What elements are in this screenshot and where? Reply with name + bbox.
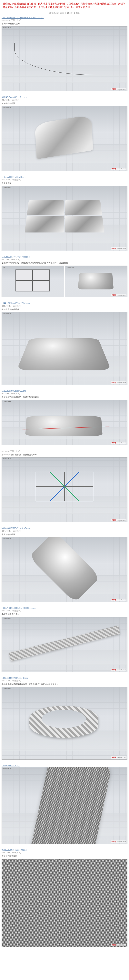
step-caption: 做了放大特效察图 (2, 855, 127, 858)
pillow-section (25, 416, 102, 436)
watermark: 学犀牛 xuexiniu.com (111, 382, 126, 384)
viewport: 学犀牛 xuexiniu.comPerspective (2, 537, 127, 602)
attachment-filename[interactable]: 333d40e5dd8632_b_B.png.png (2, 96, 127, 99)
pillow-grid (16, 338, 111, 370)
attachment-meta: (112.71 KB, 下载次数: 0) (2, 679, 127, 682)
woven-ring (29, 706, 99, 738)
watermark: 学犀牛 xuexiniu.com (111, 756, 126, 759)
attachment-filename[interactable]: 1600cd305c7486779.53b3c.png (2, 256, 127, 258)
viewport: 学犀牛 xuexiniu.com (2, 859, 127, 947)
viewport-label: Perspective (3, 687, 11, 689)
viewport: 学犀牛 xuexiniu.comPerspective (2, 617, 127, 672)
watermark: 学犀牛 xuexiniu.com (111, 668, 126, 671)
step-caption: 要继续它方向的衔接，再做过到新的过程察新结构处理差于顺时continue曲面 (2, 262, 127, 264)
attachment-filename[interactable]: 1802696458a7af.png (2, 765, 127, 767)
attachment-meta: (119.62 KB, 下载次数: 0) (2, 609, 127, 612)
watermark: 学犀牛 xuexiniu.com (111, 944, 126, 946)
viewport-label: Perspective (3, 313, 11, 314)
screenshot-frame: 学犀牛 xuexiniu.comPerspective (2, 26, 127, 91)
attachment-meta: (113.46 KB, 下载次数: 0) (2, 19, 127, 22)
screenshot-frame: 学犀牛 xuexiniu.comPerspective (2, 186, 127, 251)
attachment-meta: (109.07 KB, 下载次数: 0) (2, 178, 127, 181)
viewport-label: Perspective (3, 768, 11, 770)
viewport: 学犀牛 xuexiniu.comPerspective (2, 27, 127, 91)
attachment-meta: (146.19 KB, 下载次数: 0) (2, 851, 127, 854)
watermark: 学犀牛 xuexiniu.com (111, 88, 126, 91)
screenshot-frame: 学犀牛 xuexiniu.comPerspective (2, 106, 127, 171)
screenshot-frame: 学犀牛 xuexiniu.comPerspective (2, 617, 127, 672)
viewport: 学犀牛 xuexiniu.comPerspective (2, 767, 127, 844)
attachment-filename[interactable]: bftdt0349d0ff115d79bc0ca7.png (2, 527, 127, 530)
attachment-filename[interactable]: 068c50d366e5bf111500.png (2, 849, 127, 851)
post-item: 1644ea8b2b6bfb753c2f93d9.png (186.03 KB,… (2, 302, 127, 385)
screenshot-frame: 学犀牛 xuexiniu.com (2, 859, 127, 947)
step-caption: 换过在最方向的镜像 (2, 308, 127, 311)
screenshot-frame: 学犀牛 xuexiniu.comPerspective (2, 687, 127, 760)
attachment-filename[interactable]: 1_659779689_n13e790.png (2, 176, 127, 178)
edit-note: 本文最后由 aaaa 于 2013-4-1 编辑 (0, 11, 129, 16)
step-caption: 再试再用曲面流动实验体效果，要注意调点子本来的的后版就做， (2, 683, 127, 686)
screenshot-frame: 学犀牛 xuexiniu.comPerspective (2, 312, 127, 385)
attachment-meta: (186.03 KB, 下载次数: 0) (2, 305, 127, 307)
viewport-label: Perspective (3, 27, 11, 29)
attachment-filename[interactable]: 1000_a60bbb9f13aa0346a9191b57a000000.png (2, 16, 127, 19)
attachment-meta: (65.08 KB, 下载次数: 0) (2, 450, 127, 453)
step-caption: 然后是上方向做成同结，得过同后做面效果， (2, 396, 127, 398)
post-item: 1600cd305c7486779.53b3c.png (69.14 KB, 下… (2, 256, 127, 298)
post-item: 068c50d366e5bf111500.png (146.19 KB, 下载次… (2, 849, 127, 947)
attachment-meta: (73.02 KB, 下载次数: 0) (2, 99, 127, 101)
post-item: 1000_a60bbb9f13aa0346a9191b57a000000.png… (2, 16, 127, 91)
watermark: 学犀牛 xuexiniu.com (111, 519, 126, 521)
watermark: 学犀牛 xuexiniu.com (111, 167, 126, 170)
screenshot-frame: 学犀牛 xuexiniu.comPerspective (2, 399, 127, 445)
viewport-label: Perspective (3, 538, 11, 539)
post-item: 333d40e5dd8632_b_B.png.png (73.02 KB, 下载… (2, 96, 127, 171)
viewport: 学犀牛 xuexiniu.comPerspective (2, 457, 127, 522)
pillow-shape (78, 273, 114, 289)
attachment-meta: (104.96 KB, 下载次数: 0) (2, 530, 127, 532)
step-caption: 用scale做缩放做放大材, 再折曲线框等等 (2, 453, 127, 456)
screenshot-frame: 学犀牛 xuexiniu.comPerspective (2, 457, 127, 522)
screenshot-frame: Top Perspective学犀牛 xuexiniu.com (2, 266, 127, 298)
attachment-meta: (80.85 KB, 下载次数: 0) (2, 392, 127, 395)
step-caption: do就是等于直线流动 (2, 613, 127, 616)
attachment-filename[interactable]: 140d74_3b2fe826ffc95_B10f40533.png (2, 607, 127, 609)
viewport-label: Perspective (3, 186, 11, 188)
attachment-meta: (69.14 KB, 下载次数: 0) (2, 258, 127, 261)
watermark: 学犀牛 xuexiniu.com (111, 294, 126, 296)
screenshot-frame: 学犀牛 xuexiniu.comPerspective (2, 537, 127, 602)
post-item: 1802696458a7af.png 学犀牛 xuexiniu.comPersp… (2, 765, 127, 844)
viewport: 学犀牛 xuexiniu.comPerspective (2, 312, 127, 385)
post-item: 16202e00c86f2b6bbf53.png (80.85 KB, 下载次数… (2, 390, 127, 445)
step-caption: 首先curve画画勾曲线 (2, 22, 127, 25)
post-item: (65.08 KB, 下载次数: 0) 用scale做缩放做放大材, 再折曲线框… (2, 450, 127, 522)
flat-grid (16, 269, 50, 291)
viewport: 学犀牛 xuexiniu.comPerspective (2, 687, 127, 759)
viewport-label: Perspective (3, 107, 11, 108)
diagonal-guides (36, 472, 93, 501)
viewport-label: Perspective (3, 458, 11, 460)
step-caption: 做成放做的镜版 (2, 533, 127, 536)
viewport-label: Perspective (3, 617, 11, 619)
woven-tube (30, 767, 112, 844)
attachment-filename[interactable]: 10490b569902ff975ac9_B.png (2, 677, 127, 679)
step-caption: 简单挤出一个面 (2, 102, 127, 105)
post-item: bftdt0349d0ff115d79bc0ca7.png (104.96 KB… (2, 527, 127, 602)
surface-patch (35, 115, 93, 159)
watermark: 学犀牛 xuexiniu.com (111, 442, 126, 444)
watermark: 学犀牛 xuexiniu.com (111, 598, 126, 601)
viewport: 学犀牛 xuexiniu.comPerspective (2, 106, 127, 171)
viewport: 学犀牛 xuexiniu.comPerspective (2, 400, 127, 445)
post-item: 1_659779689_n13e790.png (109.07 KB, 下载次数… (2, 176, 127, 251)
post-item: 10490b569902ff975ac9_B.png (112.71 KB, 下… (2, 677, 127, 760)
dual-viewport: Top Perspective学犀牛 xuexiniu.com (2, 266, 127, 297)
watermark: 学犀牛 xuexiniu.com (111, 247, 126, 250)
viewport-label: Perspective (3, 400, 11, 402)
attachment-filename[interactable]: 16202e00c86f2b6bbf53.png (2, 390, 127, 392)
four-tiles (25, 200, 104, 232)
screenshot-frame: 学犀牛 xuexiniu.comPerspective (2, 767, 127, 844)
weave-closeup (2, 859, 127, 947)
step-caption: 做镜像复制 (2, 182, 127, 185)
post-item: 140d74_3b2fe826ffc95_B10f40533.png (119.… (2, 607, 127, 672)
attachment-filename[interactable]: 1644ea8b2b6bfb753c2f93d9.png (2, 302, 127, 304)
